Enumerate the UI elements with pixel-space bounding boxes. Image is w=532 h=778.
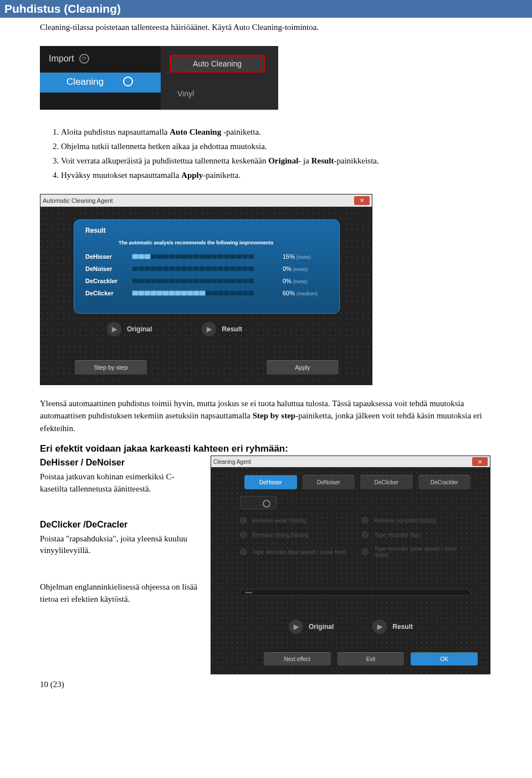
preset-label: Remove constant hissing xyxy=(374,518,436,524)
screenshot-menu: Import ⟳ Cleaning Auto Cleaning Vinyl xyxy=(40,46,278,110)
effect-bar xyxy=(132,291,278,295)
toggle-control[interactable] xyxy=(240,496,277,509)
exit-button[interactable]: Exit xyxy=(337,652,405,666)
close-icon[interactable]: ✕ xyxy=(472,457,488,466)
result-play[interactable]: ▶ Result xyxy=(202,322,242,336)
effect-row: DeClicker60% (medium) xyxy=(85,290,328,296)
radio-icon xyxy=(240,517,247,524)
dialog-titlebar: Cleaning Agent ✕ xyxy=(211,456,490,467)
explain-text: Yleensä automaattinen puhdistus toimii h… xyxy=(40,397,492,435)
effect-label: DeCrackler xyxy=(85,278,132,284)
ok-button[interactable]: OK xyxy=(411,652,478,666)
apply-button[interactable]: Apply xyxy=(267,360,339,375)
declicker-text: Poistaa "rapsahduksia", joita yleensä ku… xyxy=(40,533,201,557)
result-panel: Result The automatic analysis recommends… xyxy=(74,219,340,314)
result-title: Result xyxy=(85,227,328,234)
preset-label: Remove strong hissing xyxy=(252,532,309,538)
play-icon[interactable]: ▶ xyxy=(372,620,387,634)
group-heading: Eri efektit voidaan jakaa karkeasti kaht… xyxy=(40,443,492,454)
radio-icon xyxy=(240,549,247,555)
intensity-slider[interactable] xyxy=(240,589,470,596)
preset-option[interactable]: Remove strong hissing xyxy=(240,531,349,538)
declicker-heading: DeClicker /DeCracler xyxy=(40,520,201,530)
screenshot-cleaning-agent: Cleaning Agent ✕ DeHisserDeNoiserDeClick… xyxy=(211,455,490,674)
instruction-list: Aloita puhdistus napsauttamalla Auto Cle… xyxy=(61,125,492,182)
effect-bar xyxy=(132,279,278,283)
preset-option[interactable]: Tape recorder (fast speed / noise free) xyxy=(240,546,349,558)
radio-icon xyxy=(362,517,369,524)
effect-row: DeCrackler0% (none) xyxy=(85,278,328,284)
page-number: 10 (23) xyxy=(40,680,492,689)
result-label: Result xyxy=(392,623,413,631)
final-text: Ohjelman englanninkielisessä ohjeessa on… xyxy=(40,581,201,606)
effect-bar xyxy=(132,267,278,271)
step-2: Ohjelma tutkii tallennetta hetken aikaa … xyxy=(61,140,492,153)
cleaning-label[interactable]: Cleaning xyxy=(66,76,104,88)
radio-icon xyxy=(362,531,369,538)
effect-tab[interactable]: DeCrackler xyxy=(418,475,471,489)
radio-icon xyxy=(362,549,369,555)
dialog-title: Automatic Cleaning Agent xyxy=(43,197,113,204)
preset-label: Tape recorder (fair) xyxy=(374,532,421,538)
result-play[interactable]: ▶ Result xyxy=(372,620,413,634)
effect-value: 15% (none) xyxy=(278,253,328,260)
auto-cleaning-button[interactable]: Auto Cleaning xyxy=(170,55,265,73)
effect-row: DeHisser15% (none) xyxy=(85,253,328,260)
original-play[interactable]: ▶ Original xyxy=(289,620,334,634)
vinyl-label[interactable]: Vinyl xyxy=(177,89,194,98)
step-by-step-button[interactable]: Step by step xyxy=(75,360,147,375)
play-icon[interactable]: ▶ xyxy=(202,322,216,336)
radio-icon xyxy=(240,531,247,538)
dialog-title: Cleaning Agent xyxy=(213,459,251,465)
section-header: Puhdistus (Cleaning) xyxy=(0,0,532,18)
preset-option[interactable]: Remove weak hissing xyxy=(240,517,349,524)
preset-label: Tape recorder (slow speed / more noise) xyxy=(374,546,470,558)
effect-tab[interactable]: DeClicker xyxy=(360,475,413,489)
effect-row: DeNoiser0% (none) xyxy=(85,265,328,272)
original-label: Original xyxy=(127,325,152,333)
preset-label: Tape recorder (fast speed / noise free) xyxy=(252,549,346,555)
import-label: Import xyxy=(49,54,74,64)
result-label: Result xyxy=(222,325,242,333)
effect-tab[interactable]: DeNoiser xyxy=(303,475,355,489)
preset-label: Remove weak hissing xyxy=(252,518,306,524)
original-play[interactable]: ▶ Original xyxy=(107,322,152,336)
original-label: Original xyxy=(309,623,334,631)
preset-option[interactable]: Tape recorder (fair) xyxy=(362,531,470,538)
screenshot-auto-agent: Automatic Cleaning Agent ✕ Result The au… xyxy=(40,194,372,385)
effect-label: DeClicker xyxy=(85,290,132,296)
result-subtitle: The automatic analysis recommends the fo… xyxy=(119,240,328,245)
step-3: Voit verrata alkuperäistä ja puhdistettu… xyxy=(61,154,492,167)
effect-label: DeHisser xyxy=(85,253,132,260)
effect-bar xyxy=(132,254,278,259)
dehisser-heading: DeHisser / DeNoiser xyxy=(40,458,201,468)
next-effect-button[interactable]: Next effect xyxy=(264,652,331,666)
preset-option[interactable]: Tape recorder (slow speed / more noise) xyxy=(362,546,470,558)
step-4: Hyväksy muutokset napsauttamalla Apply-p… xyxy=(61,168,492,182)
close-icon[interactable]: ✕ xyxy=(354,196,370,205)
effect-value: 0% (none) xyxy=(278,265,328,272)
dehisser-text: Poistaa jatkuvan kohinan esimerkiksi C-k… xyxy=(40,471,201,495)
effect-label: DeNoiser xyxy=(85,265,132,272)
effect-value: 60% (medium) xyxy=(278,290,328,296)
import-menu-item[interactable]: Import ⟳ xyxy=(49,54,89,64)
intro-text: Cleaning-tilassa poistetaan tallenteesta… xyxy=(40,21,492,34)
play-icon[interactable]: ▶ xyxy=(289,620,303,634)
effect-value: 0% (none) xyxy=(278,278,328,284)
step-1: Aloita puhdistus napsauttamalla Auto Cle… xyxy=(61,125,492,139)
effect-tab[interactable]: DeHisser xyxy=(244,475,297,489)
import-icon: ⟳ xyxy=(79,54,89,64)
cleaning-icon xyxy=(123,76,133,86)
dialog-titlebar: Automatic Cleaning Agent ✕ xyxy=(40,194,372,207)
preset-option[interactable]: Remove constant hissing xyxy=(362,517,470,524)
play-icon[interactable]: ▶ xyxy=(107,322,121,336)
